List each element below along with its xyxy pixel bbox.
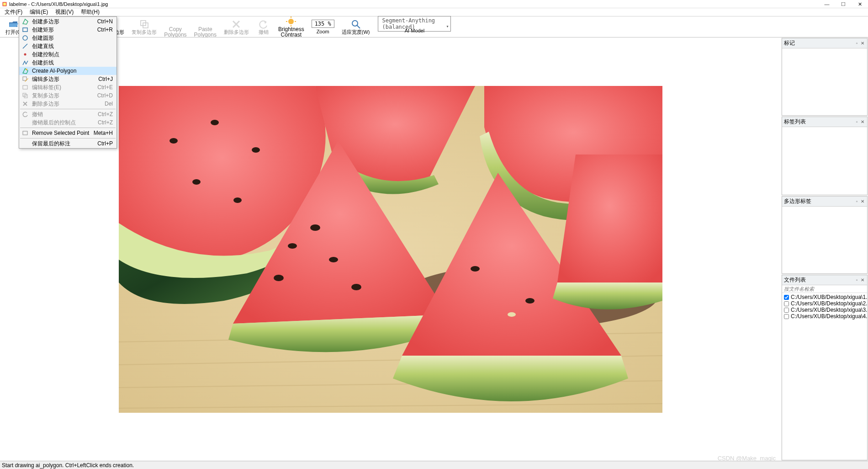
- del-icon: [21, 101, 29, 107]
- menuitem-undo: 撤销Ctrl+Z: [19, 110, 116, 118]
- file-search-input[interactable]: [782, 285, 867, 293]
- file-item-path: C:/Users/XUB/Desktop/xigua\1.jpg: [791, 294, 867, 300]
- file-item-path: C:/Users/XUB/Desktop/xigua\2.jpg: [791, 300, 867, 307]
- copy-icon: [139, 19, 149, 29]
- statusbar: Start drawing ai_polygon. Ctrl+LeftClick…: [0, 461, 868, 469]
- file-item[interactable]: C:/Users/XUB/Desktop/xigua\1.jpg: [783, 294, 866, 300]
- panel-controls-icon[interactable]: ▫ ✕: [856, 277, 865, 282]
- file-item-checkbox[interactable]: [784, 308, 789, 313]
- svg-point-14: [288, 19, 294, 24]
- svg-point-29: [252, 147, 260, 153]
- line-icon: [21, 43, 29, 49]
- tool-paste-polygons: PastePolygons: [191, 16, 220, 38]
- open-icon: [8, 19, 18, 29]
- linestrip-icon: [21, 59, 29, 66]
- undo-icon: [259, 19, 269, 29]
- panel-controls-icon[interactable]: ▫ ✕: [856, 41, 865, 46]
- tool-brightness-contrast[interactable]: BrightnessContrast: [275, 16, 308, 38]
- svg-line-43: [23, 44, 27, 48]
- delete-poly-icon: [231, 19, 241, 29]
- panel-flags: 标记▫ ✕: [782, 38, 868, 116]
- svg-point-27: [169, 138, 178, 144]
- file-item[interactable]: C:/Users/XUB/Desktop/xigua\2.jpg: [783, 300, 866, 307]
- menuitem-edit-polygon[interactable]: 编辑多边形Ctrl+J: [19, 75, 116, 83]
- menu-separator: [20, 109, 116, 109]
- panel-polygon-labels: 多边形标签▫ ✕: [782, 196, 868, 274]
- labels-list[interactable]: [782, 127, 867, 195]
- menu-edit[interactable]: 编辑(E): [26, 8, 52, 16]
- menuitem-del-polygon: 删除多边形Del: [19, 100, 116, 108]
- menuitem-create-polygon[interactable]: 创建多边形Ctrl+N: [19, 17, 116, 26]
- file-item-checkbox[interactable]: [784, 301, 789, 306]
- svg-point-44: [24, 53, 26, 56]
- panel-labels-title: 标签列表: [784, 118, 806, 126]
- menu-view[interactable]: 视图(V): [52, 8, 77, 16]
- file-item[interactable]: C:/Users/XUB/Desktop/xigua\4.jpg: [783, 313, 866, 320]
- menuitem-create-rect[interactable]: 创建矩形Ctrl+R: [19, 26, 116, 34]
- svg-point-35: [329, 257, 338, 262]
- brightness-icon: [286, 16, 296, 27]
- panel-controls-icon[interactable]: ▫ ✕: [856, 199, 865, 204]
- menu-file[interactable]: 文件(F): [1, 8, 26, 16]
- svg-point-39: [525, 298, 535, 304]
- polygons-list[interactable]: [782, 207, 867, 273]
- menu-separator: [20, 128, 116, 128]
- tool-delete-polygon: 删除多边形: [220, 18, 253, 36]
- window-minimize-button[interactable]: —: [819, 0, 835, 8]
- panel-controls-icon[interactable]: ▫ ✕: [856, 119, 865, 124]
- dup-icon: [21, 92, 29, 99]
- toolbar: 打开(O (S) 删除(D) 创建多边形 编辑多边形 复制多边形 CopyPol…: [0, 16, 868, 37]
- window-close-button[interactable]: ✕: [852, 0, 868, 8]
- remove-point-icon: [21, 130, 29, 136]
- menuitem-create-linestrip[interactable]: 创建折线: [19, 59, 116, 67]
- menu-separator: [20, 138, 116, 139]
- svg-rect-53: [23, 131, 27, 135]
- menuitem-create-line[interactable]: 创建直线: [19, 42, 116, 50]
- svg-point-36: [288, 243, 297, 249]
- file-item-path: C:/Users/XUB/Desktop/xigua\4.jpg: [791, 313, 867, 320]
- window-title: labelme - C:/Users/XUB/Desktop/xigua\1.j…: [9, 1, 108, 7]
- menuitem-keep-prev[interactable]: 保留最后的标注Ctrl+P: [19, 139, 116, 148]
- ai-polygon-icon: [21, 68, 29, 74]
- file-item-checkbox[interactable]: [784, 314, 789, 319]
- svg-point-33: [274, 275, 284, 281]
- undo-icon: [21, 111, 29, 117]
- panel-flags-title: 标记: [784, 39, 795, 47]
- tool-undo: 撤销: [253, 18, 275, 36]
- watermark: CSDN @Make_magic: [718, 455, 776, 461]
- edit-menu-popup: 创建多边形Ctrl+N 创建矩形Ctrl+R 创建圆形 创建直线 创建控制点 创…: [19, 16, 117, 149]
- polygon-icon: [21, 18, 29, 25]
- menuitem-create-ai-polygon[interactable]: Create AI-Polygon: [19, 67, 116, 75]
- file-list[interactable]: C:/Users/XUB/Desktop/xigua\1.jpgC:/Users…: [782, 293, 867, 460]
- rect-icon: [21, 27, 29, 33]
- svg-point-34: [351, 284, 361, 290]
- tool-copy-polygons: CopyPolygons: [160, 16, 190, 38]
- menuitem-create-circle[interactable]: 创建圆形: [19, 34, 116, 42]
- svg-point-42: [23, 36, 27, 40]
- svg-rect-48: [23, 85, 27, 89]
- tool-fit-width[interactable]: 适应宽度(W): [338, 18, 374, 36]
- tool-ai-model[interactable]: Segment-Anything (balanced) AI Model: [373, 15, 455, 39]
- fit-width-icon: [351, 19, 361, 29]
- svg-point-31: [233, 197, 242, 203]
- file-item-checkbox[interactable]: [784, 295, 789, 300]
- svg-point-46: [26, 69, 27, 70]
- panel-label-list: 标签列表▫ ✕: [782, 117, 868, 195]
- zoom-value[interactable]: 135 %: [312, 20, 334, 28]
- menuitem-remove-selected-point[interactable]: Remove Selected PointMeta+H: [19, 129, 116, 137]
- svg-rect-41: [23, 28, 27, 32]
- menu-help[interactable]: 帮助(H): [77, 8, 103, 16]
- flags-list[interactable]: [782, 48, 867, 115]
- app-icon: [2, 1, 7, 7]
- tool-zoom[interactable]: 135 % Zoom: [308, 19, 338, 35]
- file-item[interactable]: C:/Users/XUB/Desktop/xigua\3.jpg: [783, 307, 866, 313]
- label-icon: [21, 84, 29, 91]
- menuitem-create-point[interactable]: 创建控制点: [19, 50, 116, 59]
- status-text: Start drawing ai_polygon. Ctrl+LeftClick…: [2, 462, 134, 469]
- menuitem-edit-label: 编辑标签(E)Ctrl+E: [19, 83, 116, 91]
- workspace: CSDN @Make_magic 标记▫ ✕ 标签列表▫ ✕ 多边形标签▫ ✕ …: [0, 37, 868, 461]
- canvas[interactable]: CSDN @Make_magic: [0, 37, 781, 461]
- svg-point-38: [471, 266, 480, 272]
- window-maximize-button[interactable]: ☐: [835, 0, 852, 8]
- svg-point-32: [310, 224, 320, 231]
